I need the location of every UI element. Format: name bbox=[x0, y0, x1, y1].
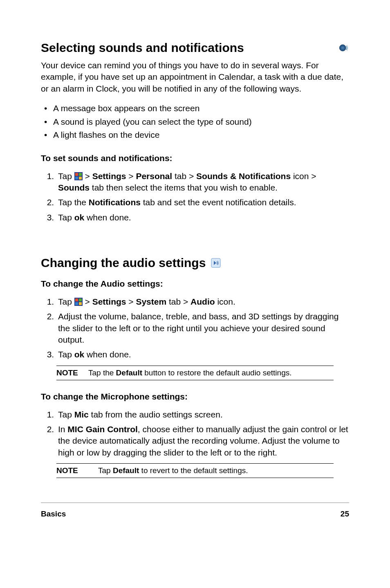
step-text: > bbox=[126, 171, 136, 181]
step-text: > bbox=[83, 171, 92, 181]
step-text: Tap bbox=[58, 350, 74, 359]
section-heading: Selecting sounds and notifications bbox=[41, 41, 244, 55]
footer-page-number: 25 bbox=[341, 509, 349, 518]
list-item: Tap > Settings > System tab > Audio icon… bbox=[56, 296, 349, 307]
list-item: Tap ok when done. bbox=[56, 212, 349, 223]
step-text: when done. bbox=[84, 213, 131, 222]
subheading: To change the Microphone settings: bbox=[41, 392, 349, 402]
page-footer: Basics 25 bbox=[41, 503, 349, 518]
svg-rect-4 bbox=[79, 173, 82, 176]
step-text: In bbox=[58, 424, 67, 434]
step-text: icon. bbox=[215, 297, 235, 306]
windows-flag-icon bbox=[74, 172, 83, 180]
intro-paragraph: Your device can remind you of things you… bbox=[41, 60, 349, 94]
svg-rect-11 bbox=[75, 302, 78, 305]
svg-rect-9 bbox=[75, 298, 78, 301]
list-item: Tap the Notifications tab and set the ev… bbox=[56, 197, 349, 208]
note-text: Tap the Default button to restore the de… bbox=[88, 368, 334, 377]
step-text: > bbox=[126, 297, 136, 306]
step-bold: MIC Gain Control bbox=[67, 424, 138, 434]
bullet-item: A message box appears on the screen bbox=[53, 102, 349, 115]
speaker-icon bbox=[338, 42, 349, 54]
step-text: tab and set the event notification detai… bbox=[141, 197, 296, 207]
list-item: Tap Mic tab from the audio settings scre… bbox=[56, 409, 349, 420]
svg-point-1 bbox=[341, 47, 344, 49]
subheading: To set sounds and notifications: bbox=[41, 153, 349, 163]
note-label: NOTE bbox=[56, 466, 88, 475]
section-heading-row: Selecting sounds and notifications bbox=[41, 41, 349, 55]
step-text: > bbox=[83, 297, 92, 306]
note-label: NOTE bbox=[56, 368, 78, 377]
numbered-list: Tap > Settings > Personal tab > Sounds &… bbox=[41, 171, 349, 223]
step-bold: Audio bbox=[191, 297, 215, 306]
step-text: tab then select the items that you wish … bbox=[90, 183, 278, 192]
note-text: Tap Default to revert to the default set… bbox=[98, 466, 334, 475]
step-text: Tap bbox=[58, 213, 74, 222]
step-text: tab > bbox=[166, 297, 191, 306]
step-text: Tap the bbox=[58, 197, 89, 207]
footer-section: Basics bbox=[41, 509, 66, 518]
svg-rect-3 bbox=[75, 173, 78, 176]
step-text: tab from the audio settings screen. bbox=[89, 410, 223, 419]
step-text: tab > bbox=[172, 171, 196, 181]
subheading: To change the Audio settings: bbox=[41, 279, 349, 289]
step-bold: ok bbox=[74, 350, 85, 359]
step-bold: Mic bbox=[74, 410, 89, 419]
step-text: Tap bbox=[58, 297, 74, 306]
svg-rect-10 bbox=[79, 298, 82, 301]
step-bold: Sounds bbox=[58, 183, 90, 192]
step-bold: Personal bbox=[136, 171, 172, 181]
section-heading: Changing the audio settings bbox=[41, 256, 206, 270]
step-bold: System bbox=[136, 297, 166, 306]
audio-icon bbox=[211, 258, 221, 268]
numbered-list: Tap Mic tab from the audio settings scre… bbox=[41, 409, 349, 458]
bullet-item: A sound is played (you can select the ty… bbox=[53, 115, 349, 129]
section-heading-row: Changing the audio settings bbox=[41, 256, 349, 270]
svg-rect-6 bbox=[79, 177, 82, 180]
list-item: Tap > Settings > Personal tab > Sounds &… bbox=[56, 171, 349, 194]
list-item: In MIC Gain Control, choose either to ma… bbox=[56, 424, 349, 458]
svg-rect-5 bbox=[75, 177, 78, 180]
step-bold: Sounds & Notifications bbox=[196, 171, 291, 181]
step-text: Tap bbox=[58, 171, 74, 181]
step-bold: Settings bbox=[92, 171, 126, 181]
step-text: icon > bbox=[291, 171, 316, 181]
svg-rect-12 bbox=[79, 302, 82, 305]
windows-flag-icon bbox=[74, 297, 83, 305]
bullet-list: A message box appears on the screen A so… bbox=[41, 102, 349, 142]
step-bold: Notifications bbox=[89, 197, 141, 207]
step-text: when done. bbox=[84, 350, 131, 359]
bullet-item: A light flashes on the device bbox=[53, 128, 349, 142]
note-box: NOTE Tap Default to revert to the defaul… bbox=[56, 463, 334, 478]
note-box: NOTE Tap the Default button to restore t… bbox=[56, 366, 334, 380]
step-bold: ok bbox=[74, 213, 85, 222]
step-text: Tap bbox=[58, 410, 74, 419]
numbered-list: Tap > Settings > System tab > Audio icon… bbox=[41, 296, 349, 361]
list-item: Adjust the volume, balance, treble, and … bbox=[56, 311, 349, 346]
list-item: Tap ok when done. bbox=[56, 349, 349, 360]
step-bold: Settings bbox=[92, 297, 126, 306]
